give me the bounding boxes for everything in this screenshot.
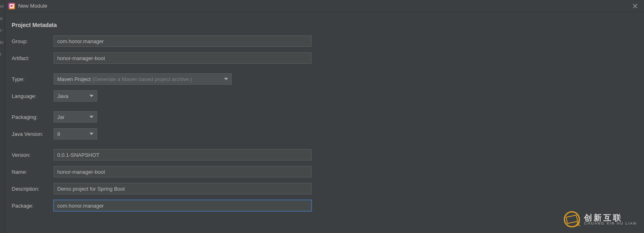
close-button[interactable] (629, 2, 641, 10)
intellij-icon (8, 3, 15, 9)
java-version-select-value: 8 (57, 131, 60, 137)
chevron-down-icon (224, 78, 228, 80)
label-name: Name: (12, 169, 54, 175)
row-group: Group: (12, 35, 638, 47)
type-select[interactable]: Maven Project (Generate a Maven based pr… (54, 73, 232, 85)
label-java-version: Java Version: (12, 131, 54, 137)
section-title: Project Metadata (12, 22, 638, 28)
row-language: Language: Java (12, 90, 638, 102)
name-input[interactable] (54, 166, 312, 177)
group-input[interactable] (54, 35, 312, 47)
artifact-input[interactable] (54, 52, 312, 64)
chevron-down-icon (89, 116, 93, 118)
packaging-select[interactable]: Jar (54, 111, 97, 123)
label-package: Package: (12, 203, 54, 209)
row-artifact: Artifact: (12, 52, 638, 64)
label-language: Language: (12, 93, 54, 99)
row-package: Package: (12, 200, 638, 211)
chevron-down-icon (89, 95, 93, 97)
language-select[interactable]: Java (54, 90, 97, 102)
dialog-content: Project Metadata Group: Artifact: Type: … (5, 12, 644, 223)
label-artifact: Artifact: (12, 55, 54, 61)
new-module-dialog: New Module Project Metadata Group: Artif… (5, 0, 644, 233)
close-icon (633, 4, 638, 8)
dialog-title: New Module (18, 3, 47, 9)
type-select-value: Maven Project (57, 76, 91, 82)
watermark-logo: 创新互联 CHUANG XIN HU LIAN (564, 211, 637, 227)
java-version-select[interactable]: 8 (54, 128, 97, 139)
label-version: Version: (12, 152, 54, 158)
row-version: Version: (12, 149, 638, 160)
row-type: Type: Maven Project (Generate a Maven ba… (12, 73, 638, 85)
row-description: Description: (12, 183, 638, 194)
row-packaging: Packaging: Jar (12, 111, 638, 123)
watermark-cn: 创新互联 (584, 214, 637, 222)
label-group: Group: (12, 38, 54, 44)
version-input[interactable] (54, 149, 312, 160)
label-type: Type: (12, 76, 54, 82)
watermark-text: 创新互联 CHUANG XIN HU LIAN (584, 214, 637, 225)
description-input[interactable] (54, 183, 312, 194)
watermark-icon (564, 211, 580, 227)
language-select-value: Java (57, 93, 68, 99)
row-java-version: Java Version: 8 (12, 128, 638, 139)
chevron-down-icon (89, 133, 93, 135)
packaging-select-value: Jar (57, 114, 64, 120)
type-select-hint: (Generate a Maven based project archive.… (92, 76, 192, 82)
titlebar: New Module (5, 0, 644, 12)
label-packaging: Packaging: (12, 114, 54, 120)
package-input[interactable] (54, 200, 312, 211)
obscured-panel: or a r- kr l (0, 0, 5, 233)
watermark-en: CHUANG XIN HU LIAN (584, 222, 637, 225)
row-name: Name: (12, 166, 638, 177)
label-description: Description: (12, 186, 54, 192)
